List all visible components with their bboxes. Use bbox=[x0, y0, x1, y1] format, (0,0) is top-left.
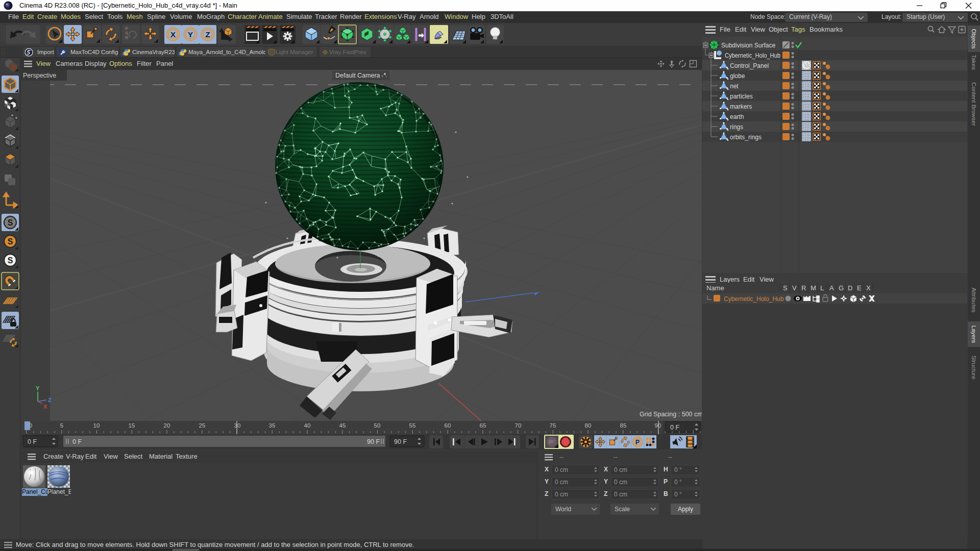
svg-text:Name: Name bbox=[706, 284, 724, 292]
svg-text:Default Camera: Default Camera bbox=[335, 72, 380, 79]
svg-text:Cybernetic_Holo_Hub: Cybernetic_Holo_Hub bbox=[725, 52, 780, 59]
svg-text:25: 25 bbox=[199, 422, 206, 429]
svg-text:V: V bbox=[792, 284, 797, 292]
svg-text:50: 50 bbox=[374, 422, 381, 429]
svg-text:Takes: Takes bbox=[971, 55, 977, 70]
svg-text:0: 0 bbox=[29, 422, 32, 429]
svg-text:E: E bbox=[857, 284, 862, 292]
svg-text:0 F: 0 F bbox=[72, 438, 82, 445]
svg-text:Cybernetic_Holo_Hub: Cybernetic_Holo_Hub bbox=[724, 295, 784, 303]
svg-text:35: 35 bbox=[269, 422, 276, 429]
svg-text:55: 55 bbox=[409, 422, 416, 429]
svg-text:R: R bbox=[801, 284, 806, 292]
svg-text:0 F: 0 F bbox=[28, 438, 37, 445]
svg-text:Layers: Layers bbox=[971, 325, 977, 343]
svg-text:20: 20 bbox=[164, 422, 170, 429]
svg-text:Perspective: Perspective bbox=[23, 72, 56, 79]
svg-text:70: 70 bbox=[515, 422, 522, 429]
svg-text:Control_Panel: Control_Panel bbox=[730, 62, 769, 69]
svg-text:rings: rings bbox=[730, 123, 743, 131]
svg-text:45: 45 bbox=[339, 422, 346, 429]
svg-text:65: 65 bbox=[480, 422, 486, 429]
svg-text:globe: globe bbox=[730, 72, 745, 80]
svg-text:80: 80 bbox=[585, 422, 592, 429]
svg-text:S: S bbox=[8, 237, 13, 246]
svg-text:R: R bbox=[125, 35, 129, 40]
svg-text:90: 90 bbox=[655, 422, 662, 429]
svg-text:5: 5 bbox=[60, 422, 63, 429]
svg-text:60: 60 bbox=[445, 422, 451, 429]
svg-text:P: P bbox=[635, 439, 640, 446]
svg-text:M: M bbox=[811, 284, 816, 292]
svg-text:G: G bbox=[839, 284, 844, 292]
svg-text:90 F: 90 F bbox=[394, 438, 407, 445]
svg-text:10: 10 bbox=[93, 422, 100, 429]
svg-text:A: A bbox=[829, 284, 834, 292]
svg-text:30: 30 bbox=[234, 422, 241, 429]
svg-text:earth: earth bbox=[730, 113, 744, 120]
svg-text:Content Browser: Content Browser bbox=[971, 82, 977, 126]
svg-text:X: X bbox=[170, 30, 176, 39]
svg-text:S: S bbox=[8, 218, 13, 227]
svg-text:85: 85 bbox=[620, 422, 627, 429]
svg-text:orbits_rings: orbits_rings bbox=[730, 134, 762, 141]
svg-text:Z: Z bbox=[48, 397, 52, 403]
svg-text:Y: Y bbox=[188, 30, 193, 39]
svg-text:Grid Spacing : 500 cm: Grid Spacing : 500 cm bbox=[640, 411, 702, 418]
svg-text:S: S bbox=[783, 284, 788, 292]
svg-text:net: net bbox=[730, 83, 739, 90]
svg-text:90 F: 90 F bbox=[367, 438, 380, 445]
svg-text:Z: Z bbox=[205, 30, 210, 39]
svg-text:Objects: Objects bbox=[971, 29, 977, 49]
svg-text:X: X bbox=[866, 284, 871, 292]
svg-text:40: 40 bbox=[304, 422, 311, 429]
svg-text:Structure: Structure bbox=[971, 356, 977, 380]
svg-text:15: 15 bbox=[129, 422, 135, 429]
svg-text:Y: Y bbox=[36, 385, 40, 391]
svg-text:markers: markers bbox=[730, 103, 752, 110]
svg-text:75: 75 bbox=[550, 422, 556, 429]
svg-text:particles: particles bbox=[730, 93, 753, 100]
svg-text:S: S bbox=[8, 256, 13, 265]
svg-text:X: X bbox=[43, 404, 47, 410]
svg-text:Subdivision Surface: Subdivision Surface bbox=[721, 42, 775, 49]
svg-text:Attributes: Attributes bbox=[971, 288, 977, 313]
svg-text:L: L bbox=[820, 284, 824, 292]
svg-text:D: D bbox=[848, 284, 852, 292]
